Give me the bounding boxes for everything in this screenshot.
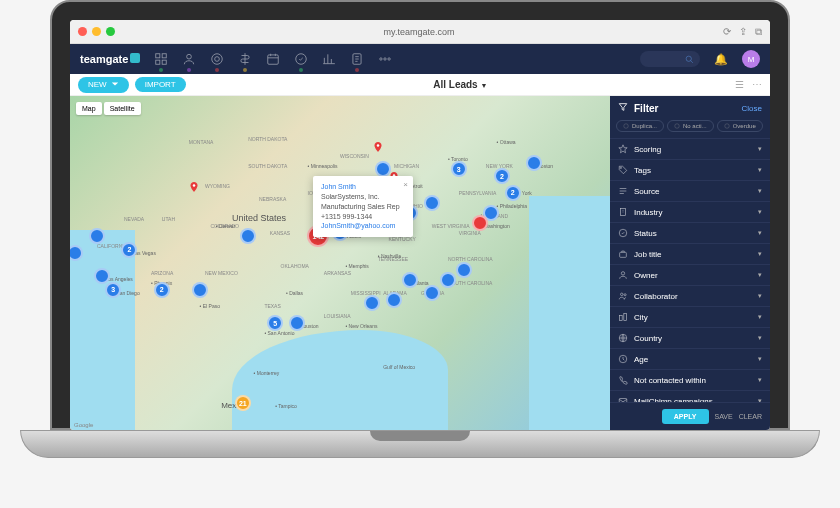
map-cluster-pin[interactable] [402, 272, 418, 288]
filter-title: Filter [634, 103, 736, 114]
filter-item-label: Status [634, 229, 752, 238]
svg-point-14 [193, 184, 196, 187]
nav-reports-icon[interactable] [350, 52, 364, 66]
chevron-down-icon: ▾ [758, 292, 762, 300]
sub-toolbar: NEW IMPORT All Leads ▼ ☰ ⋯ [70, 74, 770, 96]
svg-point-25 [621, 293, 624, 296]
close-icon[interactable]: × [403, 179, 408, 190]
map-cluster-pin[interactable] [456, 262, 472, 278]
nav-dashboard-icon[interactable] [154, 52, 168, 66]
map-cluster-pin[interactable] [526, 155, 542, 171]
users-icon [618, 291, 628, 301]
map-cluster-pin[interactable]: 3 [451, 161, 467, 177]
nav-tasks-icon[interactable] [294, 52, 308, 66]
state-label: KANSAS [270, 230, 290, 236]
map-canvas[interactable]: Map Satellite United States Mexico Gulf … [70, 96, 610, 430]
apply-button[interactable]: APPLY [662, 409, 709, 424]
new-button[interactable]: NEW [78, 77, 129, 93]
filter-item-label: City [634, 313, 752, 322]
reload-icon[interactable]: ⟳ [723, 26, 731, 38]
user-avatar[interactable]: M [742, 50, 760, 68]
filter-item-mailchimp-campaigns[interactable]: MailChimp campaigns▾ [610, 390, 770, 402]
more-options-icon[interactable]: ⋯ [752, 79, 762, 90]
map-cluster-pin[interactable]: 2 [494, 168, 510, 184]
minimize-window-icon[interactable] [92, 27, 101, 36]
notifications-icon[interactable]: 🔔 [714, 53, 728, 66]
map-cluster-pin[interactable] [289, 315, 305, 331]
chevron-down-icon: ▾ [758, 166, 762, 174]
filter-close-link[interactable]: Close [742, 104, 762, 113]
filter-item-city[interactable]: City▾ [610, 306, 770, 327]
brand-logo[interactable]: teamgate [80, 53, 140, 65]
filter-chip[interactable]: Duplica... [616, 120, 664, 132]
import-button[interactable]: IMPORT [135, 77, 186, 92]
filter-item-country[interactable]: Country▾ [610, 327, 770, 348]
svg-rect-3 [162, 60, 166, 64]
filter-item-job-title[interactable]: Job title▾ [610, 243, 770, 264]
nav-contacts-icon[interactable] [182, 52, 196, 66]
map-cluster-pin[interactable] [440, 272, 456, 288]
map-cluster-pin[interactable]: 5 [267, 315, 283, 331]
clear-button[interactable]: CLEAR [739, 413, 762, 420]
nav-chart-icon[interactable] [322, 52, 336, 66]
map-cluster-pin[interactable] [192, 282, 208, 298]
map-cluster-pin[interactable]: 3 [105, 282, 121, 298]
nav-more-icon[interactable] [378, 52, 392, 66]
map-cluster-pin[interactable]: 2 [154, 282, 170, 298]
filter-item-label: Source [634, 187, 752, 196]
tabs-icon[interactable]: ⧉ [755, 26, 762, 38]
filter-item-age[interactable]: Age▾ [610, 348, 770, 369]
country-label: United States [232, 213, 286, 223]
filter-item-label: Age [634, 355, 752, 364]
map-cluster-pin[interactable] [89, 228, 105, 244]
map-cluster-pin[interactable] [240, 228, 256, 244]
maximize-window-icon[interactable] [106, 27, 115, 36]
city-label: • New Orleans [345, 323, 377, 329]
svg-point-12 [388, 58, 390, 60]
filter-item-tags[interactable]: Tags▾ [610, 159, 770, 180]
map-cluster-pin[interactable] [472, 215, 488, 231]
briefcase-icon [618, 249, 628, 259]
map-marker-icon[interactable] [372, 138, 384, 156]
chevron-down-icon: ▾ [758, 313, 762, 321]
map-cluster-pin[interactable] [386, 292, 402, 308]
map-type-map-button[interactable]: Map [76, 102, 102, 115]
filter-chip[interactable]: No acti... [667, 120, 714, 132]
map-cluster-pin[interactable] [424, 285, 440, 301]
nav-calendar-icon[interactable] [266, 52, 280, 66]
lead-email[interactable]: JohnSmith@yahoo.com [321, 221, 405, 231]
lead-infobox[interactable]: ×John SmithSolarSystems, Inc.Manufacturi… [313, 176, 413, 237]
filter-item-not-contacted-within[interactable]: Not contacted within▾ [610, 369, 770, 390]
filter-chip[interactable]: Overdue [717, 120, 763, 132]
map-cluster-pin[interactable]: 21 [235, 395, 251, 411]
map-cluster-pin[interactable] [364, 295, 380, 311]
nav-deals-icon[interactable] [238, 52, 252, 66]
state-label: NEVADA [124, 216, 144, 222]
lead-name[interactable]: John Smith [321, 182, 405, 192]
close-window-icon[interactable] [78, 27, 87, 36]
map-cluster-pin[interactable] [424, 195, 440, 211]
lead-phone: +1315 999-1344 [321, 212, 405, 222]
filter-item-collaborator[interactable]: Collaborator▾ [610, 285, 770, 306]
filter-item-owner[interactable]: Owner▾ [610, 264, 770, 285]
filter-item-industry[interactable]: Industry▾ [610, 201, 770, 222]
app-topbar: teamgate 🔔 M [70, 44, 770, 74]
address-bar[interactable]: my.teamgate.com [120, 27, 718, 37]
share-icon[interactable]: ⇪ [739, 26, 747, 38]
phone-icon [618, 375, 628, 385]
map-marker-icon[interactable] [188, 178, 200, 196]
map-cluster-pin[interactable]: 2 [121, 242, 137, 258]
map-type-satellite-button[interactable]: Satellite [104, 102, 141, 115]
list-view-icon[interactable]: ☰ [735, 79, 744, 90]
nav-leads-icon[interactable] [210, 52, 224, 66]
state-label: NEBRASKA [259, 196, 286, 202]
filter-item-scoring[interactable]: Scoring▾ [610, 138, 770, 159]
search-input[interactable] [640, 51, 700, 67]
map-cluster-pin[interactable]: 2 [505, 185, 521, 201]
svg-rect-1 [162, 54, 166, 58]
view-title[interactable]: All Leads ▼ [186, 79, 735, 90]
save-button[interactable]: SAVE [715, 413, 733, 420]
chevron-down-icon: ▾ [758, 250, 762, 258]
filter-item-status[interactable]: Status▾ [610, 222, 770, 243]
filter-item-source[interactable]: Source▾ [610, 180, 770, 201]
